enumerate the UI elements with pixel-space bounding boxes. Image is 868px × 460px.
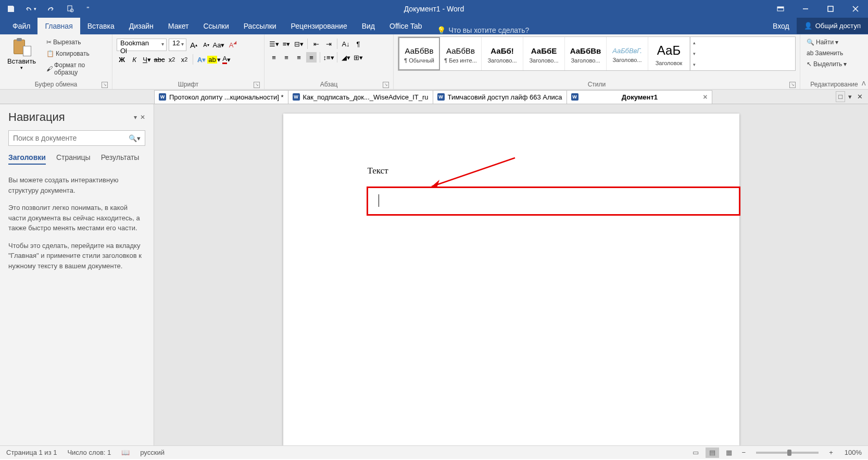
zoom-out-button[interactable]: −: [739, 449, 749, 456]
doctab-2[interactable]: WКак_подписать_док..._WiseAdvice_IT_ru: [288, 90, 433, 104]
indent-increase-button[interactable]: ⇥: [323, 39, 334, 49]
style-heading1[interactable]: АаБб!Заголово...: [482, 37, 523, 70]
paragraph-dialog-launcher[interactable]: ↘: [383, 82, 389, 88]
underline-button[interactable]: Ч▾: [142, 54, 152, 65]
tab-review[interactable]: Рецензирование: [284, 18, 355, 34]
close-button[interactable]: [843, 0, 868, 17]
nav-search-input[interactable]: [13, 134, 129, 142]
zoom-level[interactable]: 100%: [845, 449, 862, 456]
numbering-button[interactable]: ≡▾: [281, 39, 292, 49]
nav-search-box[interactable]: 🔍▾: [8, 130, 145, 146]
tab-layout[interactable]: Макет: [161, 18, 196, 34]
zoom-slider[interactable]: [756, 452, 819, 454]
view-web-button[interactable]: ▦: [722, 447, 736, 458]
tab-home[interactable]: Главная: [37, 18, 80, 34]
tab-officetab[interactable]: Office Tab: [382, 18, 430, 34]
text-effects-button[interactable]: A▾: [196, 54, 207, 65]
tab-close-all-button[interactable]: ✕: [855, 92, 865, 102]
show-marks-button[interactable]: ¶: [353, 39, 363, 49]
page-indicator[interactable]: Страница 1 из 1: [6, 449, 57, 456]
font-color-button[interactable]: A▾: [221, 54, 232, 65]
doctab-3[interactable]: WТимчасовий доступ лайф 663 Алиса: [433, 90, 567, 104]
style-heading3[interactable]: АаБбВвЗаголово...: [565, 37, 607, 70]
align-left-button[interactable]: ≡: [269, 52, 279, 63]
italic-button[interactable]: К: [129, 54, 140, 65]
indent-decrease-button[interactable]: ⇤: [311, 39, 321, 49]
doctab-4[interactable]: WДокумент1×: [567, 90, 712, 104]
font-size-select[interactable]: 12: [169, 39, 186, 51]
align-right-button[interactable]: ≡: [294, 52, 304, 63]
tab-file[interactable]: Файл: [5, 18, 37, 34]
line-spacing-button[interactable]: ↕≡▾: [323, 52, 334, 63]
style-title[interactable]: АаБЗаголовок: [648, 37, 690, 70]
shrink-font-button[interactable]: A▾: [201, 40, 211, 50]
nav-close-button[interactable]: ✕: [140, 114, 145, 121]
nav-dropdown-button[interactable]: ▾: [134, 114, 137, 121]
minimize-button[interactable]: [793, 0, 818, 17]
style-nospacing[interactable]: АаБбВв¶ Без инте...: [440, 37, 482, 70]
strike-button[interactable]: abc: [154, 54, 165, 65]
zoom-in-button[interactable]: +: [826, 449, 836, 456]
select-button[interactable]: ↖Выделить▾: [804, 59, 864, 69]
tab-design[interactable]: Дизайн: [122, 18, 161, 34]
save-button[interactable]: [5, 3, 17, 15]
print-preview-button[interactable]: [65, 3, 76, 15]
multilevel-button[interactable]: ⊟▾: [294, 39, 304, 49]
change-case-button[interactable]: Aa▾: [213, 40, 224, 50]
view-print-button[interactable]: ▤: [706, 447, 719, 458]
style-normal[interactable]: АаБбВв¶ Обычный: [398, 37, 440, 70]
font-name-select[interactable]: Bookman Ol: [117, 39, 167, 51]
language-indicator[interactable]: русский: [140, 449, 165, 456]
redo-button[interactable]: [45, 3, 56, 15]
nav-tab-results[interactable]: Результаты: [101, 153, 140, 165]
signin-button[interactable]: Вход: [765, 18, 797, 34]
bullets-button[interactable]: ☰▾: [269, 39, 279, 49]
superscript-button[interactable]: x2: [179, 54, 190, 65]
doctab-1[interactable]: WПротокол допиту ...кциональности] *: [154, 90, 288, 104]
spellcheck-icon[interactable]: 📖: [121, 449, 130, 456]
sort-button[interactable]: A↓: [341, 39, 351, 49]
grow-font-button[interactable]: A▴: [188, 40, 199, 50]
word-count[interactable]: Число слов: 1: [67, 449, 111, 456]
nav-tab-pages[interactable]: Страницы: [56, 153, 91, 165]
tell-me-search[interactable]: 💡 Что вы хотите сделать?: [430, 26, 530, 34]
tab-mailings[interactable]: Рассылки: [236, 18, 284, 34]
tab-menu-button[interactable]: ▾: [846, 92, 854, 102]
collapse-ribbon-button[interactable]: ᐱ: [862, 80, 866, 87]
replace-button[interactable]: abЗаменить: [804, 48, 864, 58]
styles-gallery-more[interactable]: ▴▾▾: [690, 37, 698, 70]
cut-button[interactable]: ✂Вырезать: [44, 38, 108, 47]
format-painter-button[interactable]: 🖌Формат по образцу: [44, 60, 108, 77]
nav-tab-headings[interactable]: Заголовки: [8, 153, 46, 165]
copy-button[interactable]: 📋Копировать: [44, 49, 108, 58]
bold-button[interactable]: Ж: [117, 54, 127, 65]
highlight-button[interactable]: ab▾: [209, 54, 219, 65]
maximize-button[interactable]: [818, 0, 843, 17]
find-button[interactable]: 🔍Найти▾: [804, 38, 864, 47]
qat-customize[interactable]: ⁼: [86, 5, 90, 12]
close-tab-icon[interactable]: ×: [703, 93, 707, 101]
align-center-button[interactable]: ≡: [281, 52, 292, 63]
undo-button[interactable]: ▾: [25, 3, 36, 15]
ribbon-display-button[interactable]: [768, 0, 793, 17]
borders-button[interactable]: ⊞▾: [353, 52, 363, 63]
tab-references[interactable]: Ссылки: [196, 18, 236, 34]
subscript-button[interactable]: x2: [167, 54, 177, 65]
style-heading2[interactable]: АаБбЕЗаголово...: [523, 37, 565, 70]
tab-insert[interactable]: Вставка: [80, 18, 122, 34]
tab-view[interactable]: Вид: [355, 18, 382, 34]
style-heading4[interactable]: АаБбВвГ.Заголово...: [607, 37, 648, 70]
search-icon[interactable]: 🔍▾: [129, 134, 141, 142]
styles-dialog-launcher[interactable]: ↘: [789, 82, 796, 88]
new-tab-button[interactable]: □: [836, 91, 845, 102]
font-dialog-launcher[interactable]: ↘: [254, 82, 260, 88]
clipboard-dialog-launcher[interactable]: ↘: [102, 82, 108, 88]
view-read-button[interactable]: ▭: [689, 447, 702, 458]
document-area[interactable]: Текст: [154, 104, 868, 445]
clear-format-button[interactable]: A◢: [226, 40, 236, 50]
align-justify-button[interactable]: ≡: [306, 52, 317, 63]
shading-button[interactable]: ◢▾: [341, 52, 351, 63]
document-page[interactable]: Текст: [283, 114, 739, 445]
paste-button[interactable]: Вставить ▾: [4, 36, 39, 72]
share-button[interactable]: 👤 Общий доступ: [797, 18, 868, 34]
